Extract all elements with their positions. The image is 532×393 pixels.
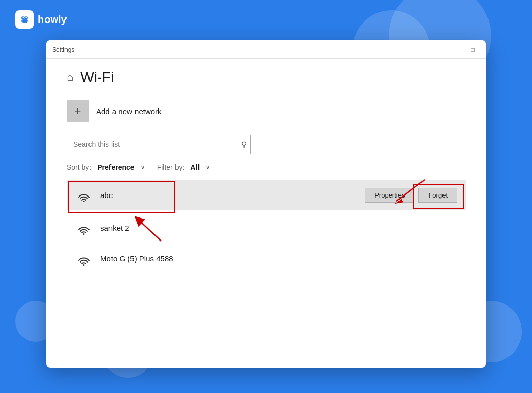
page-title: Wi-Fi	[80, 69, 114, 85]
filter-by-control[interactable]: Filter by: All ∨	[157, 163, 210, 171]
network-item[interactable]: abc Properties Forget	[66, 180, 465, 210]
network-actions-abc: Properties Forget	[365, 188, 457, 203]
minimize-button[interactable]: —	[449, 45, 463, 55]
page-header: ⌂ Wi-Fi	[66, 69, 465, 85]
search-icon: ⚲	[241, 140, 247, 148]
wifi-icon	[75, 186, 93, 204]
svg-point-2	[21, 19, 28, 23]
filter-label: Filter by:	[157, 163, 185, 171]
add-network-label: Add a new network	[96, 107, 162, 116]
settings-content: ⌂ Wi-Fi + Add a new network ⚲ Sort by: P…	[46, 59, 486, 368]
howly-icon	[15, 10, 34, 29]
svg-point-3	[23, 17, 24, 18]
svg-point-9	[83, 264, 85, 266]
network-item[interactable]: sanket 2	[66, 212, 465, 243]
network-name-motog: Moto G (5) Plus 4588	[100, 254, 457, 263]
filter-chevron-icon: ∨	[206, 164, 210, 171]
add-network-section: + Add a new network	[66, 100, 465, 122]
sort-chevron-icon: ∨	[141, 164, 145, 171]
settings-window: Settings — □ ⌂ Wi-Fi + Add a new network…	[46, 40, 486, 368]
network-name-abc: abc	[100, 191, 365, 200]
sort-value: Preference	[97, 163, 134, 171]
howly-text: howly	[38, 14, 67, 26]
window-controls: — □	[449, 45, 480, 55]
svg-point-5	[83, 201, 85, 202]
sort-by-control[interactable]: Sort by: Preference ∨	[66, 163, 145, 171]
wifi-icon	[75, 249, 93, 268]
network-item[interactable]: Moto G (5) Plus 4588	[66, 243, 465, 274]
network-list: abc Properties Forget	[66, 180, 465, 274]
forget-button[interactable]: Forget	[418, 188, 457, 203]
maximize-button[interactable]: □	[465, 45, 480, 55]
add-network-button[interactable]: +	[66, 100, 89, 122]
filter-value: All	[190, 163, 199, 171]
title-bar: Settings — □	[46, 40, 486, 59]
wifi-icon	[75, 219, 93, 237]
window-title: Settings	[52, 46, 74, 53]
sort-label: Sort by:	[66, 163, 91, 171]
search-input[interactable]	[66, 135, 251, 154]
home-icon[interactable]: ⌂	[66, 71, 73, 84]
search-icon-button[interactable]: ⚲	[241, 140, 247, 148]
svg-point-8	[83, 233, 85, 235]
howly-logo: howly	[15, 10, 67, 29]
search-container: ⚲	[66, 135, 251, 154]
network-name-sanket2: sanket 2	[100, 224, 457, 232]
properties-button[interactable]: Properties	[365, 188, 414, 203]
sort-filter-bar: Sort by: Preference ∨ Filter by: All ∨	[66, 163, 465, 171]
svg-point-4	[26, 17, 27, 18]
network-item-container-abc: abc Properties Forget	[66, 180, 465, 210]
